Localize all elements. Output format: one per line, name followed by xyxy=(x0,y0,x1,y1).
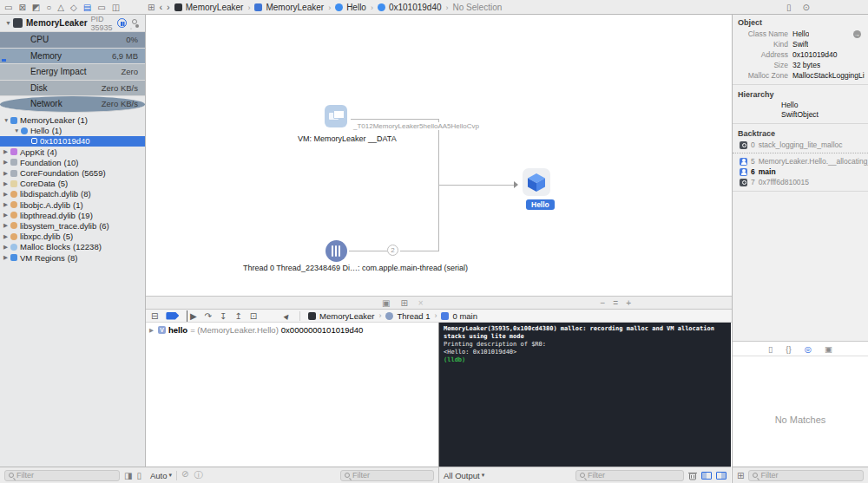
tree-row[interactable]: ▶ Malloc Blocks (12238) xyxy=(0,242,145,252)
backtrace-frame[interactable]: 70x7fff6d810015 xyxy=(733,177,868,187)
breadcrumb-item[interactable]: MemoryLeaker xyxy=(254,3,335,12)
backtrace-frame[interactable]: 0stack_logging_lite_malloc xyxy=(733,140,868,153)
test-navigator-icon[interactable]: ◇ xyxy=(70,1,77,14)
breakpoint-navigator-icon[interactable]: ▭ xyxy=(97,1,105,14)
disclosure-triangle[interactable]: ▶ xyxy=(3,233,10,240)
tree-row[interactable]: 0x101019d40 xyxy=(0,136,145,147)
tree-row[interactable]: ▶ libpthread.dylib (19) xyxy=(0,210,145,220)
debug-breadcrumb-item[interactable]: Thread 1 xyxy=(385,311,441,321)
breakpoints-toggle-button[interactable] xyxy=(166,312,179,320)
console-output-select[interactable]: All Output▾ xyxy=(444,471,484,480)
file-inspector-icon[interactable]: ▯ xyxy=(786,3,792,12)
zoom-in-button[interactable]: + xyxy=(626,298,631,308)
step-out-button[interactable]: ↥ xyxy=(234,310,241,322)
disclosure-triangle[interactable]: ▼ xyxy=(3,117,10,123)
step-into-button[interactable]: ↧ xyxy=(220,310,227,322)
tree-row[interactable]: ▶ Foundation (10) xyxy=(0,157,145,167)
variables-view[interactable]: ▶ V hello = (MemoryLeaker.Hello) 0x00000… xyxy=(146,323,438,467)
gauge-row[interactable]: Energy Impact Zero xyxy=(0,64,145,81)
breadcrumb-item[interactable]: 0x101019d40 xyxy=(378,3,453,12)
quick-help-icon[interactable]: ⊙ xyxy=(803,3,810,12)
memory-graph-canvas[interactable]: VM: MemoryLeaker __DATA _T012MemoryLeake… xyxy=(146,15,732,296)
hierarchy-item[interactable]: Hello xyxy=(733,101,868,110)
gauge-row[interactable]: CPU 0% xyxy=(0,32,145,49)
source-control-navigator-icon[interactable]: ⊠ xyxy=(18,1,25,14)
view-debugger-button[interactable]: ⊡ xyxy=(250,310,257,322)
info-icon[interactable]: ⓘ xyxy=(194,469,202,481)
tree-row[interactable]: ▶ libxpc.dylib (5) xyxy=(0,232,145,242)
filter-workspace-icon[interactable]: ▯ xyxy=(136,471,141,480)
filter-leaks-icon[interactable]: ◨ xyxy=(124,471,132,480)
breadcrumb-item[interactable]: MemoryLeaker xyxy=(174,3,255,12)
simulate-location-button[interactable]: ▲ xyxy=(280,309,294,323)
tree-row[interactable]: ▶ libsystem_trace.dylib (6) xyxy=(0,220,145,231)
navigator-filter-input[interactable]: Filter xyxy=(4,470,120,481)
debug-navigator-icon[interactable]: ▤ xyxy=(83,1,91,14)
tree-row[interactable]: ▼ Hello (1) xyxy=(0,126,145,136)
debug-console[interactable]: MemoryLeaker(35935,0x100cd4380) malloc: … xyxy=(438,323,731,467)
debug-breadcrumb-item[interactable]: 0 main xyxy=(441,311,477,321)
disclosure-triangle[interactable]: ▶ xyxy=(3,159,10,166)
disclosure-triangle[interactable]: ▶ xyxy=(3,254,10,261)
memory-graph-button[interactable] xyxy=(265,311,275,320)
tree-row[interactable]: ▶ CoreData (5) xyxy=(0,179,145,189)
step-over-button[interactable]: ↷ xyxy=(205,310,212,322)
disclosure-triangle[interactable]: ▶ xyxy=(3,222,10,229)
backtrace-frame[interactable]: 5MemoryLeaker.Hello.__allocating_i… xyxy=(733,156,868,166)
tree-row[interactable]: ▶ AppKit (4) xyxy=(0,147,145,157)
variables-pane-toggle[interactable] xyxy=(701,472,712,480)
zoom-out-button[interactable]: − xyxy=(600,298,605,308)
tree-row[interactable]: ▶ libobjc.A.dylib (1) xyxy=(0,199,145,210)
tree-row[interactable]: ▶ libdispatch.dylib (8) xyxy=(0,189,145,199)
continue-button[interactable]: ▶ xyxy=(187,310,196,322)
disclosure-triangle[interactable]: ▶ xyxy=(3,212,10,219)
variable-row[interactable]: ▶ V hello = (MemoryLeaker.Hello) 0x00000… xyxy=(146,323,438,337)
console-pane-toggle[interactable] xyxy=(716,472,727,480)
disclosure-triangle[interactable]: ▶ xyxy=(3,191,10,198)
thread-node-icon[interactable] xyxy=(326,240,347,262)
dismiss-icon[interactable]: × xyxy=(418,298,424,308)
find-navigator-icon[interactable]: ○ xyxy=(46,1,51,14)
media-library-icon[interactable]: ▣ xyxy=(825,344,832,354)
hello-object-node[interactable] xyxy=(523,168,550,196)
jump-to-class-button[interactable]: → xyxy=(853,30,861,38)
disclosure-triangle[interactable]: ▶ xyxy=(3,244,10,251)
memory-graph-icon[interactable] xyxy=(132,19,140,28)
disclosure-triangle[interactable]: ▶ xyxy=(3,170,10,177)
hide-debug-area-button[interactable]: ⊟ xyxy=(151,310,158,322)
flat-view-icon[interactable]: ⊘ xyxy=(181,469,188,481)
process-row[interactable]: ▼ MemoryLeaker PID 35935 xyxy=(0,15,145,32)
gauge-row[interactable]: Disk Zero KB/s xyxy=(0,81,145,97)
disclosure-triangle[interactable]: ▼ xyxy=(5,20,13,26)
back-button[interactable]: ‹ xyxy=(159,2,162,13)
breadcrumb-item[interactable]: No Selection xyxy=(453,3,503,12)
edge-count-badge[interactable]: 2 xyxy=(387,245,398,256)
tree-row[interactable]: ▶ CoreFoundation (5659) xyxy=(0,167,145,178)
gauge-row[interactable]: Network Zero KB/s xyxy=(0,96,145,113)
gauge-row[interactable]: Memory 6,9 MB xyxy=(0,49,145,65)
zoom-fit-button[interactable]: = xyxy=(613,298,618,308)
related-items-icon[interactable]: ⊞ xyxy=(148,3,155,12)
library-grid-icon[interactable]: ⊞ xyxy=(737,471,744,480)
trash-icon[interactable] xyxy=(688,471,697,480)
library-filter-input[interactable]: Filter xyxy=(748,470,864,481)
report-navigator-icon[interactable]: ◫ xyxy=(112,1,120,14)
snapshot-icon[interactable]: ▣ xyxy=(382,298,390,308)
variables-filter-input[interactable]: Filter xyxy=(340,470,434,481)
disclosure-triangle[interactable]: ▶ xyxy=(3,180,10,187)
vm-region-node-icon[interactable] xyxy=(325,105,347,127)
console-filter-input[interactable]: Filter xyxy=(575,470,684,481)
backtrace-frame[interactable]: 6main xyxy=(733,166,868,177)
disclosure-triangle[interactable]: ▶ xyxy=(149,327,155,334)
file-template-library-icon[interactable]: ▯ xyxy=(768,344,773,354)
code-snippet-library-icon[interactable]: {} xyxy=(786,344,791,354)
object-library-icon[interactable]: ◎ xyxy=(805,344,812,354)
tree-row[interactable]: ▶ VM Regions (8) xyxy=(0,252,145,263)
forward-button[interactable]: › xyxy=(167,2,170,13)
project-navigator-icon[interactable]: ▭ xyxy=(4,1,12,14)
symbol-navigator-icon[interactable]: ◩ xyxy=(32,1,40,14)
debug-breadcrumb-item[interactable]: MemoryLeaker xyxy=(308,311,385,321)
variables-scope-select[interactable]: Auto▾ xyxy=(150,471,172,480)
disclosure-triangle[interactable]: ▶ xyxy=(3,201,10,208)
hello-node-badge[interactable]: Hello xyxy=(526,199,555,210)
